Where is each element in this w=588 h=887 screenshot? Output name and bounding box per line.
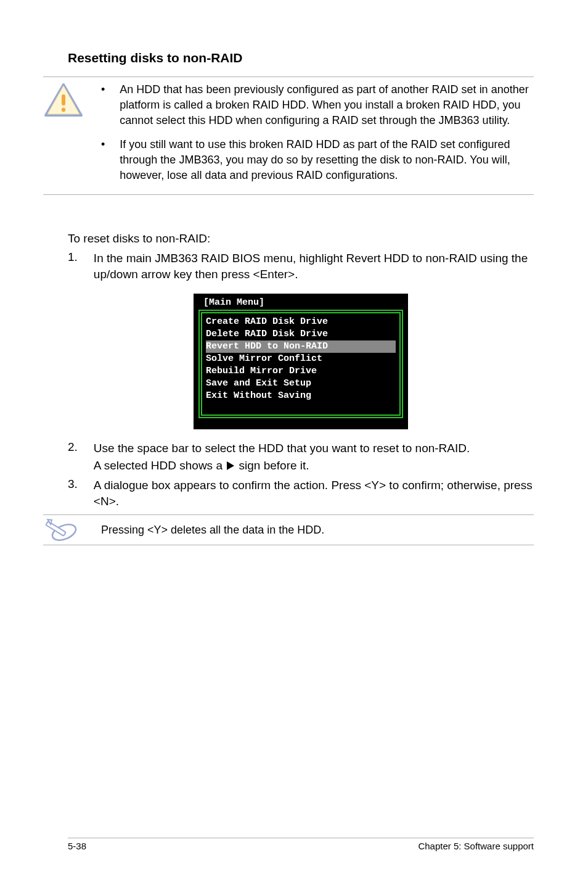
- caution-icon: [43, 82, 84, 118]
- bios-item-exit[interactable]: Exit Without Saving: [206, 390, 396, 402]
- note-content: Pressing <Y> deletes all the data in the…: [101, 521, 534, 539]
- step-2-text: Use the space bar to select the HDD that…: [94, 440, 470, 456]
- note-callout: Pressing <Y> deletes all the data in the…: [43, 514, 534, 545]
- page: Resetting disks to non-RAID • An HDD tha…: [0, 0, 588, 887]
- step-1: 1. In the main JMB363 RAID BIOS menu, hi…: [68, 250, 534, 283]
- footer-chapter: Chapter 5: Software support: [418, 841, 534, 851]
- bios-item-solve[interactable]: Solve Mirror Conflict: [206, 353, 396, 365]
- step-3: 3. A dialogue box appears to confirm the…: [68, 477, 534, 510]
- caution-icon-col: [43, 82, 84, 183]
- section-heading: Resetting disks to non-RAID: [68, 51, 534, 65]
- step-1-text: In the main JMB363 RAID BIOS menu, highl…: [94, 250, 534, 283]
- bios-outer-border: Create RAID Disk Drive Delete RAID Disk …: [198, 310, 403, 418]
- note-icon-col: [43, 518, 84, 542]
- bios-item-delete[interactable]: Delete RAID Disk Drive: [206, 328, 396, 340]
- caution-callout: • An HDD that has been previously config…: [43, 76, 534, 195]
- bios-menu: [Main Menu] Create RAID Disk Drive Delet…: [194, 294, 408, 429]
- step-2-sub-after: sign before it.: [239, 459, 309, 472]
- step-3-number: 3.: [68, 477, 78, 510]
- triangle-play-icon: [227, 461, 234, 470]
- intro-text: To reset disks to non-RAID:: [68, 231, 534, 247]
- bios-item-rebuild[interactable]: Rebuild Mirror Drive: [206, 365, 396, 377]
- svg-point-1: [62, 108, 65, 112]
- step-2-sub-before: A selected HDD shows a: [94, 459, 223, 472]
- step-2-number: 2.: [68, 440, 78, 474]
- bios-menu-wrapper: [Main Menu] Create RAID Disk Drive Delet…: [68, 294, 534, 429]
- footer-page-number: 5-38: [68, 841, 86, 851]
- bios-item-save[interactable]: Save and Exit Setup: [206, 377, 396, 390]
- bios-item-revert[interactable]: Revert HDD to Non-RAID: [206, 340, 396, 353]
- step-2-subtext: A selected HDD shows a sign before it.: [94, 458, 470, 474]
- svg-rect-3: [46, 521, 66, 536]
- step-1-number: 1.: [68, 250, 78, 283]
- svg-rect-0: [62, 94, 65, 105]
- bullet-dot: •: [101, 137, 105, 183]
- caution-text-1: An HDD that has been previously configur…: [120, 82, 534, 128]
- caution-text-2: If you still want to use this broken RAI…: [120, 137, 534, 183]
- note-text: Pressing <Y> deletes all the data in the…: [101, 521, 534, 539]
- caution-bullet-2: • If you still want to use this broken R…: [101, 137, 534, 183]
- bios-inner-border: Create RAID Disk Drive Delete RAID Disk …: [201, 312, 401, 416]
- page-footer: 5-38 Chapter 5: Software support: [68, 838, 534, 851]
- caution-content: • An HDD that has been previously config…: [101, 82, 534, 183]
- note-pencil-icon: [43, 518, 80, 542]
- caution-bullet-1: • An HDD that has been previously config…: [101, 82, 534, 128]
- bios-item-create[interactable]: Create RAID Disk Drive: [206, 316, 396, 328]
- step-2: 2. Use the space bar to select the HDD t…: [68, 440, 534, 474]
- step-3-text: A dialogue box appears to confirm the ac…: [94, 477, 534, 510]
- bullet-dot: •: [101, 82, 105, 128]
- bios-title: [Main Menu]: [198, 297, 403, 310]
